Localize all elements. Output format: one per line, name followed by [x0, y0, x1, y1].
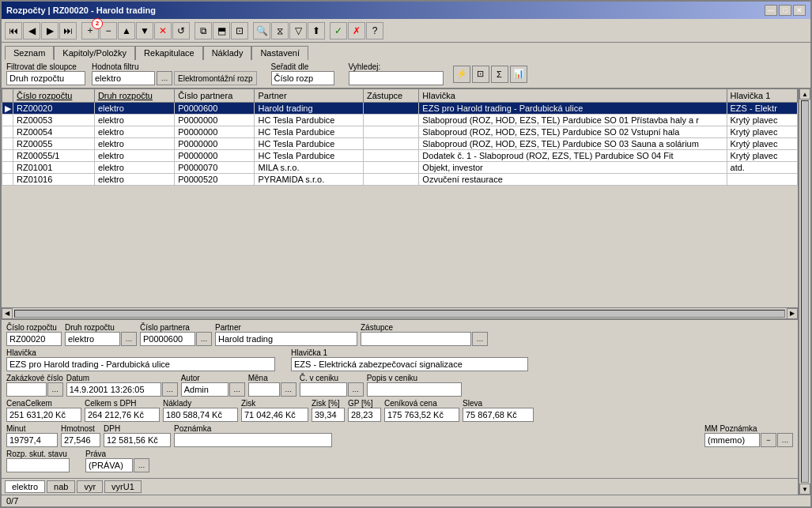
maximize-button[interactable]: □ [779, 5, 791, 16]
scroll-track-h[interactable] [14, 310, 785, 318]
input-prava[interactable] [85, 458, 133, 472]
mm-ellipsis-btn[interactable]: … [777, 433, 793, 447]
table-row[interactable]: RZ00054 elektro P0000000 HC Tesla Pardub… [2, 126, 798, 138]
table-row[interactable]: RZ00055/1 elektro P0000000 HC Tesla Pard… [2, 150, 798, 162]
input-partner[interactable] [215, 332, 357, 346]
filter-value-input[interactable] [92, 71, 155, 85]
input-gp-pct[interactable] [348, 408, 381, 422]
input-c-v-ceniku[interactable] [300, 382, 347, 397]
copy2-button[interactable]: ⬒ [213, 22, 230, 40]
copy1-button[interactable]: ⧉ [195, 22, 212, 40]
lightning-icon-btn[interactable]: ⚡ [453, 66, 470, 83]
scroll-left-btn[interactable]: ◀ [2, 308, 13, 319]
input-zakazkove-cislo[interactable] [6, 382, 47, 397]
scroll-track-v[interactable] [801, 100, 809, 483]
input-autor[interactable] [181, 382, 228, 397]
chart-icon-btn[interactable]: 📊 [510, 66, 527, 83]
prava-btn[interactable]: … [134, 458, 149, 472]
last-button[interactable]: ⏭ [59, 22, 77, 40]
input-popis-v-ceniku[interactable] [367, 382, 462, 397]
druh-btn[interactable]: … [121, 332, 137, 346]
filter-value-btn[interactable]: … [157, 71, 172, 85]
filter-button[interactable]: ⧖ [271, 22, 289, 40]
up-button[interactable]: ▲ [118, 22, 135, 40]
input-zisk[interactable] [241, 408, 308, 422]
search-button[interactable]: 🔍 [253, 22, 270, 40]
grid-icon-btn[interactable]: ⊡ [472, 66, 489, 83]
tab-rekapitulace[interactable]: Rekapitulace [135, 46, 203, 60]
autor-btn[interactable]: … [229, 382, 245, 397]
mena-btn[interactable]: … [281, 382, 296, 397]
check-button[interactable]: ✓ [330, 22, 347, 40]
tab-naklady[interactable]: Náklady [203, 46, 252, 60]
bottom-tab-vyru1[interactable]: vyrU1 [104, 480, 142, 493]
export-button[interactable]: ⬆ [308, 22, 325, 40]
col-partner[interactable]: Partner [255, 89, 364, 103]
scroll-down-btn[interactable]: ▼ [799, 484, 810, 495]
input-cena-celkem[interactable] [6, 408, 81, 422]
input-mm-poznamka[interactable] [704, 433, 760, 447]
input-cenikova-cena[interactable] [384, 408, 459, 422]
input-cislo-partnera[interactable] [140, 332, 195, 346]
input-hlavicka[interactable] [6, 357, 275, 371]
input-druh-rozpoctu[interactable] [65, 332, 120, 346]
add-button[interactable]: ＋ 2 [81, 22, 99, 40]
xmark-button[interactable]: ✗ [348, 22, 365, 40]
table-row[interactable]: RZ01016 elektro P0000520 PYRAMIDA s.r.o.… [2, 174, 798, 186]
filter-col-input[interactable] [6, 71, 85, 85]
sort-input[interactable] [271, 71, 334, 85]
input-mena[interactable] [248, 382, 280, 397]
datum-btn[interactable]: … [162, 382, 178, 397]
input-sleva[interactable] [463, 408, 534, 422]
horizontal-scrollbar[interactable]: ◀ ▶ [2, 307, 798, 318]
down-button[interactable]: ▼ [136, 22, 153, 40]
refresh-button[interactable]: ↺ [172, 22, 190, 40]
bottom-tab-nab[interactable]: nab [47, 480, 75, 493]
input-rozp-skut[interactable] [6, 458, 70, 472]
input-poznamka[interactable] [174, 433, 332, 447]
table-row[interactable]: RZ00055 elektro P0000000 HC Tesla Pardub… [2, 138, 798, 150]
next-button[interactable]: ▶ [41, 22, 59, 40]
input-zisk-pct[interactable] [312, 408, 345, 422]
close-button[interactable]: ✕ [793, 5, 806, 16]
input-datum[interactable] [66, 382, 161, 397]
col-hlavicka1[interactable]: Hlavička 1 [727, 89, 797, 103]
first-button[interactable]: ⏮ [5, 22, 22, 40]
table-row[interactable]: RZ00053 elektro P0000000 HC Tesla Pardub… [2, 115, 798, 126]
elektro-filter-btn[interactable]: Elektromontážní rozp [174, 71, 257, 85]
col-cislo[interactable]: Číslo rozpočtu [13, 89, 95, 103]
search-input[interactable] [349, 71, 444, 85]
funnel-button[interactable]: ▽ [289, 22, 307, 40]
c-v-ceniku-btn[interactable]: … [348, 382, 364, 397]
input-cislo-rozpoctu[interactable] [6, 332, 62, 346]
input-minut[interactable] [6, 433, 58, 447]
tab-seznam[interactable]: Seznam [5, 46, 54, 60]
cislo-partnera-btn[interactable]: … [196, 332, 212, 346]
col-druh[interactable]: Druh rozpočtu [94, 89, 174, 103]
bottom-tab-vyr[interactable]: vyr [77, 480, 103, 493]
table-row[interactable]: ▶ RZ00020 elektro P0000600 Harold tradin… [2, 103, 798, 115]
help-button[interactable]: ? [366, 22, 383, 40]
delete-button[interactable]: ✕ [154, 22, 172, 40]
prev-button[interactable]: ◀ [23, 22, 40, 40]
input-dph[interactable] [104, 433, 171, 447]
input-celkem-dph[interactable] [85, 408, 160, 422]
input-hlavicka1[interactable] [291, 357, 528, 371]
tab-nastaveni[interactable]: Nastavení [251, 46, 308, 60]
table-container[interactable]: Číslo rozpočtu Druh rozpočtu Číslo partn… [2, 88, 798, 307]
col-hlavicka[interactable]: Hlavička [419, 89, 727, 103]
mm-minus-btn[interactable]: − [761, 433, 776, 447]
minimize-button[interactable]: — [765, 5, 777, 16]
input-zastupce[interactable] [361, 332, 471, 346]
col-zastupce[interactable]: Zástupce [363, 89, 418, 103]
zakazkove-btn[interactable]: … [47, 382, 63, 397]
scroll-up-btn[interactable]: ▲ [799, 88, 810, 100]
tab-kapitoly[interactable]: Kapitoly/Položky [54, 46, 135, 60]
input-naklady[interactable] [163, 408, 238, 422]
zastupce-btn[interactable]: … [472, 332, 488, 346]
col-cislo-partnera[interactable]: Číslo partnera [175, 89, 255, 103]
input-hmotnost[interactable] [61, 433, 100, 447]
copy3-button[interactable]: ⊡ [231, 22, 248, 40]
sum-icon-btn[interactable]: Σ [491, 66, 508, 83]
table-row[interactable]: RZ01001 elektro P0000070 MILA s.r.o. Obj… [2, 162, 798, 174]
